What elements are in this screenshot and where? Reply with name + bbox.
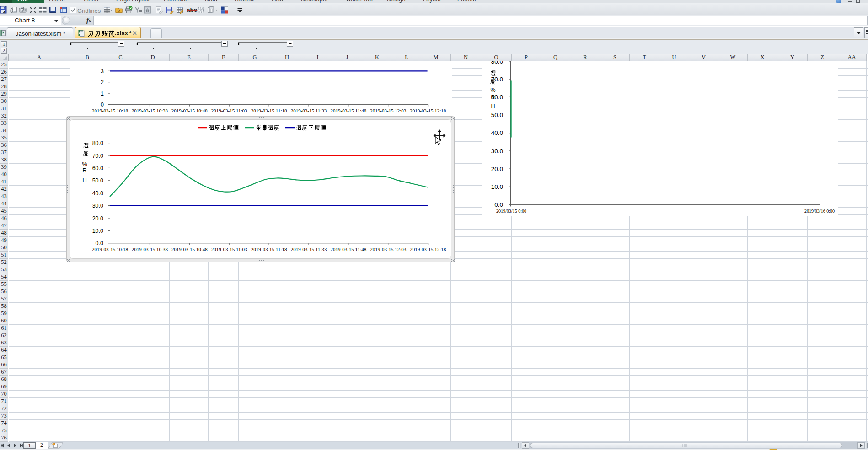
svg-text:2019-03-15 11:33: 2019-03-15 11:33 — [291, 108, 327, 113]
svg-text:2019-03-15 11:18: 2019-03-15 11:18 — [251, 108, 287, 113]
svg-text:2019-03-15 10:48: 2019-03-15 10:48 — [171, 108, 208, 113]
svg-text:50.0: 50.0 — [491, 112, 503, 118]
svg-text:2019-03-15 12:03: 2019-03-15 12:03 — [370, 108, 407, 113]
svg-text:2019-03-15 11:48: 2019-03-15 11:48 — [331, 108, 367, 113]
svg-text:0.0: 0.0 — [494, 201, 503, 208]
svg-text:2019-03-15 12:18: 2019-03-15 12:18 — [410, 246, 446, 252]
svg-text:2019/03/15 0:00: 2019/03/15 0:00 — [496, 209, 526, 214]
svg-text:2019-03-15 11:48: 2019-03-15 11:48 — [331, 246, 367, 252]
svg-text:2019-03-15 12:18: 2019-03-15 12:18 — [410, 108, 446, 113]
svg-text:70.0: 70.0 — [92, 153, 103, 159]
svg-text:3: 3 — [101, 68, 104, 75]
svg-text:30.0: 30.0 — [92, 203, 103, 209]
svg-text:2019-03-15 10:48: 2019-03-15 10:48 — [171, 246, 208, 252]
svg-text:40.0: 40.0 — [92, 190, 103, 197]
svg-text:2019-03-15 11:33: 2019-03-15 11:33 — [291, 246, 327, 252]
svg-text:50.0: 50.0 — [92, 177, 103, 184]
svg-text:60.0: 60.0 — [92, 165, 103, 171]
svg-text:2019-03-15 10:18: 2019-03-15 10:18 — [92, 108, 129, 113]
svg-text:2019-03-15 11:03: 2019-03-15 11:03 — [211, 246, 247, 252]
svg-text:2019-03-15 10:18: 2019-03-15 10:18 — [92, 246, 129, 252]
svg-text:80.0: 80.0 — [92, 140, 103, 146]
svg-text:2019-03-15 11:03: 2019-03-15 11:03 — [211, 108, 247, 113]
svg-text:2: 2 — [101, 79, 104, 86]
svg-text:2019-03-15 10:33: 2019-03-15 10:33 — [132, 108, 168, 113]
svg-text:%: % — [490, 87, 495, 93]
svg-text:H: H — [491, 103, 495, 109]
svg-text:10.0: 10.0 — [92, 228, 103, 234]
svg-text:1: 1 — [101, 90, 104, 97]
svg-text:R: R — [491, 94, 495, 101]
svg-text:2019-03-15 12:03: 2019-03-15 12:03 — [370, 246, 407, 252]
svg-text:2019/03/16 0:00: 2019/03/16 0:00 — [804, 209, 835, 214]
svg-text:H: H — [82, 177, 86, 183]
svg-text:0.0: 0.0 — [96, 240, 103, 246]
svg-text:30.0: 30.0 — [491, 148, 503, 155]
svg-text:40.0: 40.0 — [491, 129, 503, 136]
svg-text:2019-03-15 10:33: 2019-03-15 10:33 — [132, 246, 168, 252]
svg-text:20.0: 20.0 — [92, 215, 103, 222]
svg-text:20.0: 20.0 — [491, 166, 503, 172]
svg-text:0: 0 — [101, 101, 104, 108]
svg-text:R: R — [82, 167, 86, 174]
svg-text:10.0: 10.0 — [491, 183, 503, 190]
svg-text:2019-03-15 11:18: 2019-03-15 11:18 — [251, 246, 287, 252]
svg-text:%: % — [82, 161, 87, 167]
svg-text:80.0: 80.0 — [491, 61, 503, 65]
